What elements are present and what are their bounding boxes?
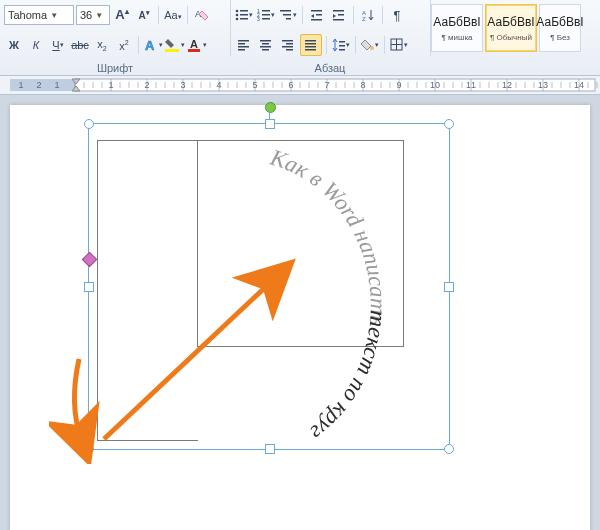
font-size-select[interactable]: 36 ▼: [76, 5, 110, 25]
font-color-button[interactable]: A▾: [187, 35, 207, 55]
svg-rect-36: [282, 40, 293, 42]
svg-text:5: 5: [252, 80, 257, 90]
style-tile-normal[interactable]: АаБбВвІ ¶ Обычный: [485, 4, 537, 52]
svg-text:4: 4: [216, 80, 221, 90]
style-preview: АаБбВвІ: [433, 15, 480, 29]
svg-text:3: 3: [180, 80, 185, 90]
svg-text:11: 11: [466, 80, 476, 90]
font-name-select[interactable]: Tahoma ▼: [4, 5, 74, 25]
strike-button[interactable]: abc: [70, 35, 90, 55]
shading-button[interactable]: ▾: [360, 35, 380, 55]
underline-button[interactable]: Ч▾: [48, 35, 68, 55]
svg-rect-40: [305, 40, 316, 42]
svg-text:12: 12: [502, 80, 512, 90]
align-right-button[interactable]: [278, 35, 298, 55]
show-marks-button[interactable]: ¶: [387, 5, 407, 25]
svg-rect-43: [305, 49, 316, 51]
svg-rect-24: [338, 14, 344, 16]
align-justify-button[interactable]: [300, 34, 322, 56]
font-size-value: 36: [80, 9, 92, 21]
svg-rect-30: [238, 46, 249, 48]
sort-button[interactable]: AZ: [358, 5, 378, 25]
svg-text:Z: Z: [362, 16, 366, 22]
sort-icon: AZ: [361, 8, 375, 22]
group-paragraph: ▾ 123▾ ▾ AZ ¶ ▾ ▾ ▾ Абзац: [230, 0, 431, 56]
svg-point-7: [236, 14, 239, 17]
svg-rect-44: [339, 41, 345, 43]
group-para-label: Абзац: [230, 62, 430, 74]
numbering-icon: 123: [257, 8, 271, 22]
svg-rect-10: [240, 18, 248, 20]
align-right-icon: [281, 38, 295, 52]
svg-text:A: A: [145, 38, 155, 53]
highlight-button[interactable]: ▾: [165, 35, 185, 55]
change-case-button[interactable]: Aa▾: [163, 5, 183, 25]
style-tile-mishka[interactable]: АаБбВвІ ¶ мишка: [431, 4, 483, 52]
multilevel-button[interactable]: ▾: [278, 5, 298, 25]
svg-rect-21: [316, 14, 322, 16]
resize-handle-n[interactable]: [265, 119, 275, 129]
align-left-icon: [237, 38, 251, 52]
text-effects-button[interactable]: A▾: [143, 35, 163, 55]
resize-handle-e[interactable]: [444, 282, 454, 292]
svg-text:1: 1: [108, 80, 113, 90]
style-tile-nospace[interactable]: АаБбВвІ ¶ Без: [539, 4, 581, 52]
resize-handle-ne[interactable]: [444, 119, 454, 129]
svg-text:1: 1: [54, 80, 59, 90]
resize-handle-s[interactable]: [265, 444, 275, 454]
page[interactable]: Как в Word написать текст по кругу: [10, 105, 590, 530]
resize-handle-se[interactable]: [444, 444, 454, 454]
svg-rect-52: [75, 79, 595, 91]
ruler-horizontal[interactable]: 1211234567891011121314: [0, 76, 600, 95]
line-spacing-button[interactable]: ▾: [331, 35, 351, 55]
adjust-handle[interactable]: [82, 252, 98, 268]
page-area: Как в Word написать текст по кругу: [0, 95, 600, 530]
subscript-button[interactable]: x2: [92, 35, 112, 55]
align-center-button[interactable]: [256, 35, 276, 55]
svg-rect-32: [260, 40, 271, 42]
align-left-button[interactable]: [234, 35, 254, 55]
svg-text:10: 10: [430, 80, 440, 90]
group-font: Tahoma ▼ 36 ▼ A▴ A▾ Aa▾ A Ж К Ч▾ abc x2 …: [0, 0, 231, 56]
indent-inc-button[interactable]: [329, 5, 349, 25]
svg-rect-38: [282, 46, 293, 48]
resize-handle-w[interactable]: [84, 282, 94, 292]
svg-rect-37: [286, 43, 293, 45]
bold-button[interactable]: Ж: [4, 35, 24, 55]
svg-text:A: A: [362, 10, 366, 16]
svg-text:1: 1: [257, 8, 260, 14]
selected-shape[interactable]: Как в Word написать текст по кругу: [88, 123, 450, 450]
borders-button[interactable]: ▾: [389, 35, 409, 55]
shrink-font-button[interactable]: A▾: [134, 5, 154, 25]
bullets-button[interactable]: ▾: [234, 5, 254, 25]
svg-rect-8: [240, 14, 248, 16]
svg-rect-45: [339, 45, 345, 47]
numbering-button[interactable]: 123▾: [256, 5, 276, 25]
superscript-button[interactable]: x2: [114, 35, 134, 55]
svg-rect-42: [305, 46, 316, 48]
svg-rect-6: [240, 10, 248, 12]
clear-format-button[interactable]: A: [192, 5, 212, 25]
svg-rect-23: [333, 10, 344, 12]
rotation-handle[interactable]: [265, 102, 276, 113]
svg-text:A: A: [195, 9, 201, 19]
resize-handle-sw[interactable]: [84, 444, 94, 454]
svg-text:7: 7: [324, 80, 329, 90]
indent-dec-icon: [310, 8, 324, 22]
font-name-value: Tahoma: [8, 9, 47, 21]
svg-text:2: 2: [36, 80, 41, 90]
italic-button[interactable]: К: [26, 35, 46, 55]
bullets-icon: [235, 8, 249, 22]
indent-dec-button[interactable]: [307, 5, 327, 25]
svg-rect-28: [238, 40, 249, 42]
svg-text:2: 2: [257, 12, 260, 18]
svg-point-47: [370, 46, 374, 50]
grow-font-button[interactable]: A▴: [112, 5, 132, 25]
svg-text:1: 1: [18, 80, 23, 90]
svg-rect-31: [238, 49, 245, 51]
ruler-scale: 1211234567891011121314: [10, 76, 600, 94]
eraser-icon: A: [194, 7, 210, 23]
svg-rect-35: [262, 49, 269, 51]
svg-rect-14: [262, 14, 270, 16]
resize-handle-nw[interactable]: [84, 119, 94, 129]
